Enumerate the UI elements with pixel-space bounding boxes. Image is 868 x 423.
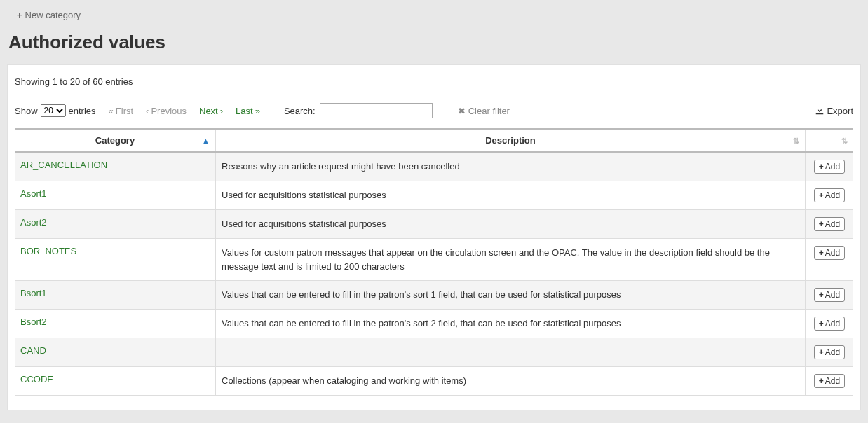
show-prefix: Show bbox=[15, 106, 38, 116]
col-category[interactable]: Category ▲ bbox=[15, 129, 216, 152]
new-category-label: New category bbox=[25, 10, 81, 20]
table-row: CAND+Add bbox=[15, 338, 853, 367]
show-select[interactable]: 20 bbox=[41, 104, 66, 117]
table-row: Asort1Used for acquisitions statistical … bbox=[15, 181, 853, 210]
pagination-previous[interactable]: ‹ Previous bbox=[146, 106, 187, 116]
action-cell: +Add bbox=[806, 152, 854, 181]
table-row: Asort2Used for acquisitions statistical … bbox=[15, 210, 853, 239]
category-cell: Asort1 bbox=[15, 181, 216, 210]
right-icon: › bbox=[220, 106, 223, 116]
description-cell: Values that can be entered to fill in th… bbox=[216, 281, 806, 310]
search-label: Search: bbox=[284, 106, 316, 116]
plus-icon: + bbox=[819, 248, 824, 258]
plus-icon: + bbox=[819, 376, 824, 386]
add-button[interactable]: +Add bbox=[814, 345, 845, 359]
add-label: Add bbox=[825, 219, 840, 229]
add-label: Add bbox=[825, 319, 840, 328]
add-button[interactable]: +Add bbox=[814, 288, 845, 302]
toolbar-left: Show 20 entries « First ‹ Previous Next … bbox=[15, 103, 510, 118]
description-cell: Used for acquisitions statistical purpos… bbox=[216, 181, 806, 210]
category-cell: CCODE bbox=[15, 367, 216, 396]
add-label: Add bbox=[825, 190, 840, 200]
description-cell: Reasons why an article request might hav… bbox=[216, 152, 806, 181]
category-cell: Bsort1 bbox=[15, 281, 216, 310]
col-description[interactable]: Description ⇅ bbox=[216, 129, 806, 152]
entries-info: Showing 1 to 20 of 60 entries bbox=[15, 72, 853, 97]
toolbar: Show 20 entries « First ‹ Previous Next … bbox=[15, 97, 853, 128]
description-cell: Collections (appear when cataloging and … bbox=[216, 367, 806, 396]
description-cell: Used for acquisitions statistical purpos… bbox=[216, 210, 806, 239]
add-label: Add bbox=[825, 162, 840, 172]
pagination-last[interactable]: Last » bbox=[236, 106, 260, 116]
pagination-next[interactable]: Next › bbox=[199, 106, 223, 116]
plus-icon: + bbox=[819, 347, 824, 357]
action-cell: +Add bbox=[806, 338, 854, 367]
category-cell: BOR_NOTES bbox=[15, 239, 216, 281]
category-cell: CAND bbox=[15, 338, 216, 367]
add-button[interactable]: +Add bbox=[814, 317, 845, 331]
description-cell: Values for custom patron messages that a… bbox=[216, 239, 806, 281]
double-right-icon: » bbox=[255, 106, 260, 116]
export-link[interactable]: Export bbox=[815, 106, 853, 116]
clear-filter-link[interactable]: ✖ Clear filter bbox=[458, 106, 510, 116]
search-input[interactable] bbox=[320, 103, 433, 118]
add-button[interactable]: +Add bbox=[814, 160, 845, 174]
category-link[interactable]: Asort2 bbox=[20, 217, 47, 228]
add-label: Add bbox=[825, 290, 840, 300]
action-cell: +Add bbox=[806, 367, 854, 396]
category-link[interactable]: Bsort2 bbox=[20, 317, 47, 327]
action-cell: +Add bbox=[806, 281, 854, 310]
show-suffix: entries bbox=[69, 106, 96, 116]
download-icon bbox=[815, 106, 824, 115]
category-cell: Bsort2 bbox=[15, 310, 216, 338]
add-button[interactable]: +Add bbox=[814, 217, 845, 231]
plus-icon: + bbox=[819, 219, 824, 229]
category-link[interactable]: BOR_NOTES bbox=[20, 246, 76, 256]
description-cell bbox=[216, 338, 806, 367]
table-row: BOR_NOTESValues for custom patron messag… bbox=[15, 239, 853, 281]
x-icon: ✖ bbox=[458, 106, 466, 116]
category-link[interactable]: AR_CANCELLATION bbox=[20, 160, 107, 170]
action-cell: +Add bbox=[806, 310, 854, 338]
table-row: CCODECollections (appear when cataloging… bbox=[15, 367, 853, 396]
add-label: Add bbox=[825, 248, 840, 258]
category-link[interactable]: Bsort1 bbox=[20, 288, 47, 298]
search-group: Search: bbox=[284, 103, 433, 118]
content-card: Showing 1 to 20 of 60 entries Show 20 en… bbox=[7, 64, 861, 410]
add-button[interactable]: +Add bbox=[814, 374, 845, 388]
add-label: Add bbox=[825, 376, 840, 386]
sort-asc-icon: ▲ bbox=[202, 137, 210, 145]
plus-icon: + bbox=[819, 190, 824, 200]
table-row: Bsort1Values that can be entered to fill… bbox=[15, 281, 853, 310]
plus-icon: + bbox=[819, 319, 824, 328]
category-cell: AR_CANCELLATION bbox=[15, 152, 216, 181]
plus-icon: + bbox=[819, 162, 824, 172]
action-cell: +Add bbox=[806, 210, 854, 239]
plus-icon: + bbox=[819, 290, 824, 300]
action-cell: +Add bbox=[806, 239, 854, 281]
page-title: Authorized values bbox=[8, 32, 861, 53]
category-link[interactable]: CAND bbox=[20, 345, 46, 356]
description-cell: Values that can be entered to fill in th… bbox=[216, 310, 806, 338]
table-row: AR_CANCELLATIONReasons why an article re… bbox=[15, 152, 853, 181]
new-category-link[interactable]: + New category bbox=[17, 10, 81, 20]
double-left-icon: « bbox=[109, 106, 114, 116]
table-row: Bsort2Values that can be entered to fill… bbox=[15, 310, 853, 338]
category-cell: Asort2 bbox=[15, 210, 216, 239]
add-button[interactable]: +Add bbox=[814, 246, 845, 260]
col-actions: ⇅ bbox=[806, 129, 854, 152]
add-button[interactable]: +Add bbox=[814, 188, 845, 202]
plus-icon: + bbox=[17, 10, 22, 20]
values-table: Category ▲ Description ⇅ ⇅ AR_CANCELLATI… bbox=[15, 128, 853, 396]
show-entries-group: Show 20 entries bbox=[15, 104, 96, 117]
pagination-first[interactable]: « First bbox=[109, 106, 134, 116]
left-icon: ‹ bbox=[146, 106, 149, 116]
sort-icon: ⇅ bbox=[841, 136, 848, 145]
add-label: Add bbox=[825, 347, 840, 357]
sort-icon: ⇅ bbox=[793, 136, 799, 145]
category-link[interactable]: Asort1 bbox=[20, 188, 47, 199]
category-link[interactable]: CCODE bbox=[20, 374, 53, 384]
action-cell: +Add bbox=[806, 181, 854, 210]
